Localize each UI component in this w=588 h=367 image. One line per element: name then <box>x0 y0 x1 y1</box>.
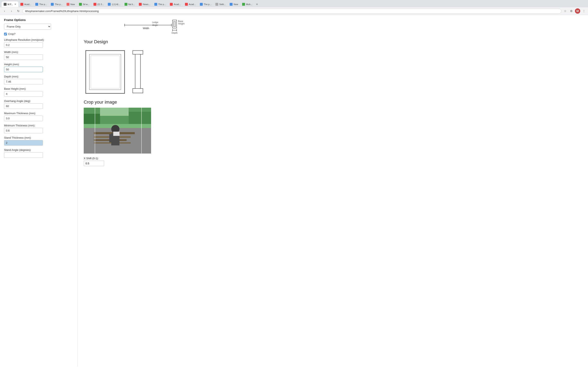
tab-label: Acad... <box>189 3 196 6</box>
tab-15[interactable]: Setti... <box>213 1 228 7</box>
stand-angle-input[interactable] <box>4 152 43 158</box>
min-thickness-input[interactable] <box>4 128 43 133</box>
svg-rect-19 <box>133 89 143 93</box>
tab-favicon <box>154 3 157 6</box>
tab-label: New <box>233 3 238 6</box>
menu-icon[interactable]: ⋮ <box>581 8 586 13</box>
max-thickness-label: Maximum Thickness (mm): <box>4 112 73 115</box>
crop-checkbox[interactable] <box>4 33 7 35</box>
height-input[interactable] <box>4 67 43 72</box>
dimension-diagram-svg: Width Ledge Angle Base Height Depth <box>84 19 186 35</box>
tab-label: The p... <box>55 3 62 6</box>
tab-favicon <box>170 3 173 6</box>
tab-6[interactable]: 3d w... <box>77 1 91 7</box>
tab-7[interactable]: (2) 3... <box>91 1 106 7</box>
tab-favicon <box>67 3 69 6</box>
back-button[interactable]: ‹ <box>2 8 7 14</box>
svg-text:Base: Base <box>178 20 183 22</box>
tab-10[interactable]: News... <box>137 1 152 7</box>
url-bar[interactable]: lithophanemaker.com/Framed%20Lithophane.… <box>22 8 562 14</box>
tab-favicon <box>79 3 82 6</box>
tab-13[interactable]: Acad... <box>183 1 198 7</box>
tab-label: 3d w... <box>83 3 89 6</box>
svg-rect-16 <box>91 56 120 88</box>
browser-chrome: M F... ✕ Acad... The p... The p... New 3… <box>0 0 588 15</box>
frame-preview-container <box>84 49 582 95</box>
tab-favicon <box>125 3 127 6</box>
tab-close-icon[interactable]: ✕ <box>14 3 16 6</box>
svg-rect-32 <box>109 134 113 142</box>
width-label: Width (mm): <box>4 50 73 54</box>
overhang-input[interactable] <box>4 103 43 109</box>
stand-thickness-input[interactable] <box>4 140 43 146</box>
tab-favicon <box>139 3 142 6</box>
tab-label: Acad... <box>24 3 31 6</box>
tab-label: The p... <box>39 3 47 6</box>
tab-label: The p... <box>158 3 166 6</box>
tab-4[interactable]: The p... <box>49 1 64 7</box>
crop-checkbox-group: Crop? <box>4 33 73 35</box>
page-content: Frame Options Frame Only Frame with Base… <box>0 15 588 367</box>
frame-side-view-svg <box>131 49 145 95</box>
base-height-group: Base Height (mm): <box>4 87 73 97</box>
svg-text:Ledge: Ledge <box>152 21 158 24</box>
tab-favicon <box>200 3 203 6</box>
reload-button[interactable]: ↻ <box>16 8 21 14</box>
tab-favicon <box>35 3 38 6</box>
tab-favicon <box>242 3 245 6</box>
stand-thickness-group: Stand Thickness (mm): <box>4 136 73 146</box>
tab-14[interactable]: The p... <box>198 1 213 7</box>
profile-icon[interactable]: M <box>575 8 580 14</box>
svg-rect-33 <box>113 132 120 136</box>
tab-favicon <box>94 3 96 6</box>
xshift-group: X Shift (0-1): <box>84 157 582 166</box>
tab-3[interactable]: The p... <box>33 1 49 7</box>
new-tab-button[interactable]: + <box>254 2 259 7</box>
depth-input[interactable] <box>4 79 43 84</box>
xshift-input[interactable] <box>84 161 104 166</box>
width-input[interactable] <box>4 54 43 60</box>
tab-9[interactable]: flat li... <box>122 1 137 7</box>
resolution-group: Lithophane Resolution (mm/pixel): <box>4 38 73 48</box>
overhang-label: Overhang Angle (deg): <box>4 100 73 103</box>
top-diagram: Width Ledge Angle Base Height Depth <box>84 19 582 36</box>
frame-type-select[interactable]: Frame Only Frame with Base No Frame <box>4 24 51 30</box>
url-text: lithophanemaker.com/Framed%20Lithophane.… <box>25 9 559 13</box>
tab-label: Muh... <box>246 3 252 6</box>
tab-11[interactable]: The p... <box>152 1 168 7</box>
max-thickness-input[interactable] <box>4 116 43 121</box>
height-label: Height (mm): <box>4 63 73 66</box>
tab-label: flat li... <box>129 3 135 6</box>
stand-angle-group: Stand Angle (degrees): <box>4 149 73 158</box>
min-thickness-group: Minimum Thickness (mm): <box>4 124 73 133</box>
tab-8[interactable]: 신도배... <box>106 1 122 7</box>
tab-favicon <box>230 3 233 6</box>
base-height-label: Base Height (mm): <box>4 87 73 90</box>
tab-label: New <box>70 3 75 6</box>
bookmark-icon[interactable]: ☆ <box>563 8 568 13</box>
address-icons: ☆ ⚙ M ⋮ <box>563 8 586 14</box>
tab-17[interactable]: Muh... <box>240 1 254 7</box>
address-bar: ‹ › ↻ lithophanemaker.com/Framed%20Litho… <box>0 7 588 15</box>
tab-12[interactable]: Acad... <box>168 1 183 7</box>
extensions-icon[interactable]: ⚙ <box>569 8 574 13</box>
tab-2[interactable]: Acad... <box>18 1 33 7</box>
tab-favicon <box>51 3 54 6</box>
tab-label: 신도배... <box>112 3 120 6</box>
width-group: Width (mm): <box>4 50 73 60</box>
stand-thickness-label: Stand Thickness (mm): <box>4 136 73 139</box>
base-height-input[interactable] <box>4 91 43 97</box>
overhang-group: Overhang Angle (deg): <box>4 100 73 109</box>
forward-button[interactable]: › <box>9 8 14 14</box>
svg-text:Height: Height <box>178 22 185 25</box>
tab-favicon <box>4 3 7 6</box>
resolution-input[interactable] <box>4 42 43 48</box>
tab-label: Setti... <box>219 3 226 6</box>
tab-label: News... <box>143 3 150 6</box>
active-tab[interactable]: M F... ✕ <box>2 1 18 7</box>
crop-image-area <box>84 108 151 154</box>
tab-5[interactable]: New <box>65 1 77 7</box>
svg-rect-23 <box>129 112 151 124</box>
tab-16[interactable]: New <box>228 1 240 7</box>
resolution-label: Lithophane Resolution (mm/pixel): <box>4 38 73 42</box>
